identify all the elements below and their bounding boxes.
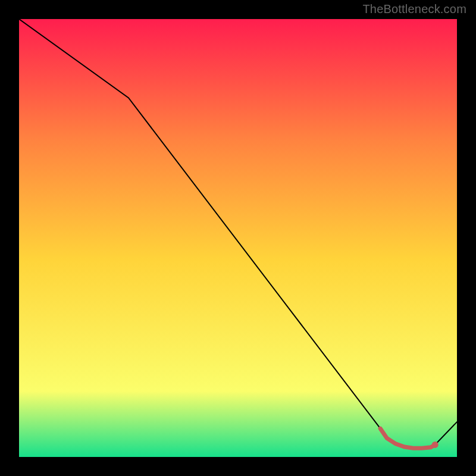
- chart-svg: [19, 19, 457, 457]
- watermark-text: TheBottleneck.com: [362, 2, 466, 16]
- chart-frame: TheBottleneck.com: [0, 0, 476, 476]
- highlight-end-marker: [432, 441, 439, 448]
- plot-area: [19, 19, 457, 457]
- gradient-background: [19, 19, 457, 457]
